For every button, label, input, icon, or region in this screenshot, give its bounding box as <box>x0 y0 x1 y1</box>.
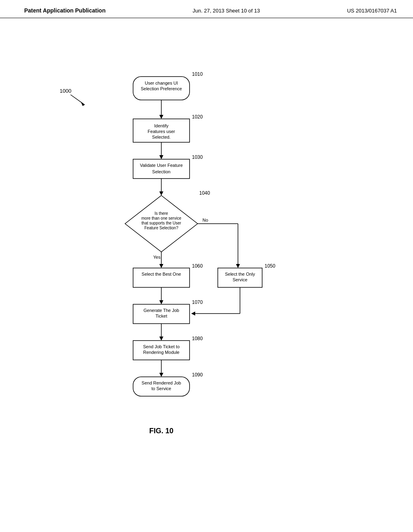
svg-text:that supports the User: that supports the User <box>142 221 181 225</box>
svg-text:1070: 1070 <box>192 299 203 305</box>
svg-text:Send Job Ticket to: Send Job Ticket to <box>143 344 180 349</box>
svg-marker-6 <box>159 115 163 119</box>
svg-text:1090: 1090 <box>192 372 203 378</box>
svg-text:1030: 1030 <box>192 154 203 160</box>
svg-marker-17 <box>159 191 163 195</box>
diagram-area: 1000 User changes UI Selection Preferenc… <box>0 18 413 526</box>
svg-text:No: No <box>202 218 208 222</box>
fig-label: FIG. 10 <box>149 427 173 435</box>
svg-text:1020: 1020 <box>192 114 203 120</box>
svg-text:1050: 1050 <box>265 263 275 269</box>
svg-text:Generate The Job: Generate The Job <box>144 308 179 313</box>
svg-text:Yes: Yes <box>153 255 161 260</box>
flowchart-svg: 1000 User changes UI Selection Preferenc… <box>0 18 413 526</box>
svg-text:Selected.: Selected. <box>152 135 171 139</box>
svg-text:User changes UI: User changes UI <box>145 81 178 85</box>
svg-text:to Service: to Service <box>152 386 171 391</box>
svg-text:Selection: Selection <box>152 169 170 174</box>
diagram-label: 1000 <box>60 88 71 94</box>
svg-text:Identify: Identify <box>154 123 169 128</box>
svg-text:Send Rendered Job: Send Rendered Job <box>142 380 181 385</box>
svg-text:Selection Preference: Selection Preference <box>141 86 182 91</box>
svg-text:more than one service: more than one service <box>142 216 181 220</box>
svg-text:Ticket: Ticket <box>156 314 167 318</box>
svg-text:Validate User Feature: Validate User Feature <box>140 163 183 168</box>
svg-marker-39 <box>191 312 195 316</box>
svg-text:Select the Best One: Select the Best One <box>142 272 181 276</box>
svg-text:1010: 1010 <box>192 71 203 77</box>
svg-marker-12 <box>159 155 163 159</box>
svg-marker-1 <box>81 102 85 106</box>
svg-text:Rendering Module: Rendering Module <box>143 350 179 355</box>
svg-text:Feature Selection?: Feature Selection? <box>144 226 178 230</box>
node-1060 <box>133 268 190 287</box>
svg-text:Service: Service <box>233 277 248 282</box>
publication-title: Patent Application Publication <box>24 7 106 14</box>
svg-marker-36 <box>159 300 163 304</box>
svg-text:Is there: Is there <box>154 211 168 216</box>
svg-marker-49 <box>159 373 163 377</box>
svg-text:1060: 1060 <box>192 263 203 269</box>
node-1030 <box>133 159 190 179</box>
page-header: Patent Application Publication Jun. 27, … <box>0 0 413 18</box>
svg-marker-29 <box>236 264 240 268</box>
svg-text:1080: 1080 <box>192 336 203 341</box>
svg-text:1040: 1040 <box>199 190 210 196</box>
svg-marker-25 <box>159 264 163 268</box>
publication-number: US 2013/0167037 A1 <box>347 8 397 14</box>
publication-date: Jun. 27, 2013 Sheet 10 of 13 <box>193 8 260 14</box>
svg-text:Features user: Features user <box>148 129 175 134</box>
svg-marker-44 <box>159 337 163 341</box>
svg-text:Select the Only: Select the Only <box>225 272 255 276</box>
